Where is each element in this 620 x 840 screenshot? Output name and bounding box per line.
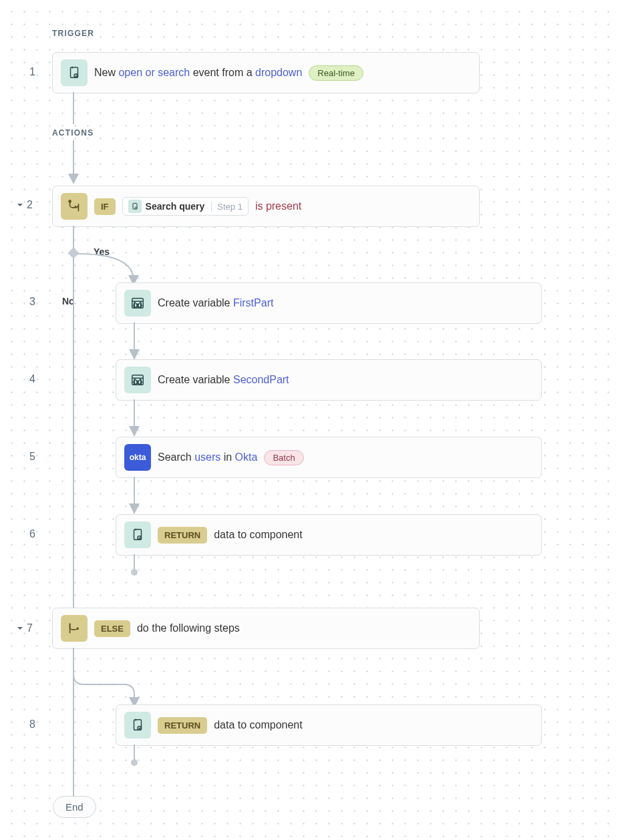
step3-text: Create variable FirstPart	[158, 297, 273, 309]
end-pill: End	[53, 796, 96, 818]
okta-icon: okta	[124, 444, 151, 471]
step-number-8: 8	[29, 718, 35, 730]
step5-text: Search users in Okta	[158, 451, 257, 463]
svg-text:{x}: {x}	[133, 379, 143, 385]
realtime-badge: Real-time	[309, 65, 363, 81]
return-tag: RETURN	[158, 717, 207, 734]
else-card[interactable]: ELSE do the following steps	[52, 608, 480, 649]
step-number-4: 4	[29, 373, 35, 385]
if-condition-card[interactable]: IF Search query Step 1 is present	[52, 186, 480, 227]
svg-point-6	[135, 207, 137, 209]
step-number-6: 6	[29, 528, 35, 540]
section-label-actions: ACTIONS	[52, 128, 94, 138]
collapse-icon	[17, 202, 23, 208]
trigger-text: New open or search event from a dropdown	[94, 67, 302, 79]
collapse-icon	[17, 625, 23, 632]
okta-search-card[interactable]: okta Search users in Okta Batch	[116, 437, 542, 478]
variable-icon: {x}	[124, 367, 151, 393]
batch-badge: Batch	[264, 450, 303, 465]
step-number-3: 3	[29, 296, 35, 308]
section-label-trigger: TRIGGER	[52, 29, 94, 38]
step6-text: data to component	[214, 529, 303, 541]
else-icon	[61, 615, 88, 642]
step-number-1: 1	[29, 66, 35, 78]
step-number-5: 5	[29, 451, 35, 463]
return-card-1[interactable]: RETURN data to component	[116, 514, 542, 556]
return-tag: RETURN	[158, 527, 207, 544]
condition-text: is present	[255, 200, 301, 212]
branch-end-dot	[131, 759, 138, 766]
branch-end-dot	[131, 569, 138, 576]
if-tag: IF	[94, 198, 116, 215]
component-icon	[124, 521, 151, 548]
component-mini-icon	[128, 200, 142, 213]
datapill-search-query[interactable]: Search query Step 1	[122, 197, 249, 216]
component-icon	[61, 59, 88, 86]
else-tag: ELSE	[94, 620, 130, 637]
create-variable-card-2[interactable]: {x} Create variable SecondPart	[116, 359, 542, 401]
variable-icon: {x}	[124, 290, 151, 317]
step7-text: do the following steps	[137, 622, 240, 634]
svg-text:{x}: {x}	[133, 302, 143, 308]
trigger-card[interactable]: New open or search event from a dropdown…	[52, 52, 480, 93]
step8-text: data to component	[214, 719, 303, 731]
component-icon	[124, 712, 151, 739]
step4-text: Create variable SecondPart	[158, 374, 289, 386]
branch-icon	[61, 193, 88, 220]
create-variable-card-1[interactable]: {x} Create variable FirstPart	[116, 282, 542, 324]
return-card-2[interactable]: RETURN data to component	[116, 704, 542, 746]
step-number-2[interactable]: 2	[17, 199, 33, 211]
step-number-7[interactable]: 7	[17, 622, 33, 634]
